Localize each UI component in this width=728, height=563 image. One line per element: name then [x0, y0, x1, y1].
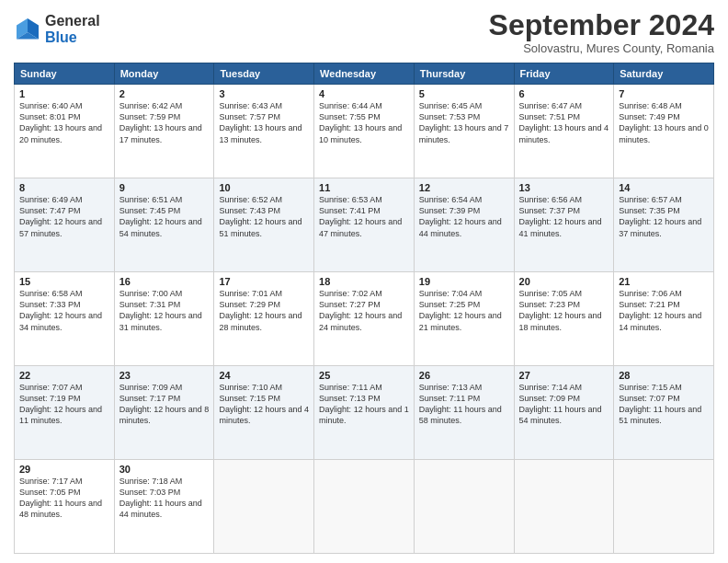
- daylight-label: Daylight: 12 hours and 1 minute.: [319, 405, 409, 425]
- calendar-cell: 8 Sunrise: 6:49 AM Sunset: 7:47 PM Dayli…: [15, 178, 115, 272]
- day-number: 23: [119, 370, 210, 381]
- daylight-label: Daylight: 13 hours and 7 minutes.: [419, 123, 509, 144]
- calendar-cell: [214, 460, 314, 554]
- daylight-label: Daylight: 12 hours and 21 minutes.: [419, 311, 502, 331]
- day-number: 17: [219, 276, 309, 287]
- sunset-label: Sunset: 7:45 PM: [119, 206, 181, 215]
- sunset-label: Sunset: 7:07 PM: [619, 394, 680, 403]
- day-info: Sunrise: 6:52 AM Sunset: 7:43 PM Dayligh…: [219, 194, 309, 239]
- logo: General Blue: [14, 13, 100, 45]
- day-info: Sunrise: 6:49 AM Sunset: 7:47 PM Dayligh…: [19, 194, 109, 239]
- calendar-cell: 15 Sunrise: 6:58 AM Sunset: 7:33 PM Dayl…: [15, 272, 115, 366]
- calendar-cell: 17 Sunrise: 7:01 AM Sunset: 7:29 PM Dayl…: [214, 272, 314, 366]
- day-info: Sunrise: 7:02 AM Sunset: 7:27 PM Dayligh…: [319, 288, 409, 333]
- day-number: 16: [119, 276, 210, 287]
- day-info: Sunrise: 7:17 AM Sunset: 7:05 PM Dayligh…: [19, 476, 109, 521]
- col-tuesday: Tuesday: [214, 63, 314, 85]
- calendar-cell: 14 Sunrise: 6:57 AM Sunset: 7:35 PM Dayl…: [614, 178, 714, 272]
- day-number: 12: [419, 182, 509, 193]
- sunset-label: Sunset: 7:51 PM: [519, 112, 581, 121]
- day-info: Sunrise: 7:18 AM Sunset: 7:03 PM Dayligh…: [119, 476, 210, 521]
- sunrise-label: Sunrise: 6:44 AM: [319, 101, 382, 110]
- calendar-cell: 7 Sunrise: 6:48 AM Sunset: 7:49 PM Dayli…: [614, 85, 714, 178]
- sunrise-label: Sunrise: 6:43 AM: [219, 101, 282, 110]
- calendar-table: Sunday Monday Tuesday Wednesday Thursday…: [14, 63, 714, 554]
- sunrise-label: Sunrise: 7:01 AM: [219, 289, 282, 298]
- sunrise-label: Sunrise: 6:47 AM: [519, 101, 583, 110]
- calendar-week-3: 15 Sunrise: 6:58 AM Sunset: 7:33 PM Dayl…: [15, 272, 714, 366]
- sunrise-label: Sunrise: 6:58 AM: [19, 289, 83, 298]
- daylight-label: Daylight: 12 hours and 8 minutes.: [119, 405, 210, 425]
- logo-icon: [14, 16, 41, 43]
- calendar-body: 1 Sunrise: 6:40 AM Sunset: 8:01 PM Dayli…: [15, 85, 714, 554]
- day-info: Sunrise: 7:07 AM Sunset: 7:19 PM Dayligh…: [19, 382, 109, 427]
- calendar-cell: 22 Sunrise: 7:07 AM Sunset: 7:19 PM Dayl…: [15, 366, 115, 460]
- header: General Blue September 2024 Solovastru, …: [14, 9, 714, 55]
- daylight-label: Daylight: 12 hours and 28 minutes.: [219, 311, 301, 331]
- calendar-week-2: 8 Sunrise: 6:49 AM Sunset: 7:47 PM Dayli…: [15, 178, 714, 272]
- sunrise-label: Sunrise: 6:45 AM: [419, 101, 483, 110]
- day-number: 3: [219, 88, 309, 99]
- day-info: Sunrise: 6:42 AM Sunset: 7:59 PM Dayligh…: [119, 100, 210, 145]
- sunrise-label: Sunrise: 6:53 AM: [319, 195, 382, 204]
- header-row: Sunday Monday Tuesday Wednesday Thursday…: [15, 63, 714, 85]
- calendar-cell: 27 Sunrise: 7:14 AM Sunset: 7:09 PM Dayl…: [514, 366, 614, 460]
- day-number: 6: [519, 88, 609, 99]
- daylight-label: Daylight: 12 hours and 51 minutes.: [219, 217, 301, 237]
- day-number: 24: [219, 370, 309, 381]
- calendar-cell: 3 Sunrise: 6:43 AM Sunset: 7:57 PM Dayli…: [214, 85, 314, 178]
- logo-text: General Blue: [45, 13, 100, 45]
- day-number: 7: [619, 88, 709, 99]
- daylight-label: Daylight: 12 hours and 31 minutes.: [119, 311, 202, 331]
- daylight-label: Daylight: 12 hours and 14 minutes.: [619, 311, 701, 331]
- sunrise-label: Sunrise: 7:17 AM: [19, 477, 83, 486]
- daylight-label: Daylight: 12 hours and 44 minutes.: [419, 217, 502, 237]
- sunset-label: Sunset: 7:35 PM: [619, 206, 680, 215]
- daylight-label: Daylight: 12 hours and 57 minutes.: [19, 217, 102, 237]
- sunset-label: Sunset: 7:17 PM: [119, 394, 181, 403]
- calendar-cell: 21 Sunrise: 7:06 AM Sunset: 7:21 PM Dayl…: [614, 272, 714, 366]
- sunrise-label: Sunrise: 6:42 AM: [119, 101, 183, 110]
- day-number: 5: [419, 88, 509, 99]
- sunrise-label: Sunrise: 6:57 AM: [619, 195, 682, 204]
- calendar-cell: 25 Sunrise: 7:11 AM Sunset: 7:13 PM Dayl…: [314, 366, 415, 460]
- day-number: 18: [319, 276, 409, 287]
- day-info: Sunrise: 7:00 AM Sunset: 7:31 PM Dayligh…: [119, 288, 210, 333]
- day-number: 25: [319, 370, 409, 381]
- day-info: Sunrise: 6:54 AM Sunset: 7:39 PM Dayligh…: [419, 194, 509, 239]
- day-number: 4: [319, 88, 409, 99]
- daylight-label: Daylight: 12 hours and 11 minutes.: [19, 405, 102, 425]
- col-friday: Friday: [514, 63, 614, 85]
- calendar-cell: 2 Sunrise: 6:42 AM Sunset: 7:59 PM Dayli…: [114, 85, 214, 178]
- day-info: Sunrise: 6:40 AM Sunset: 8:01 PM Dayligh…: [19, 100, 109, 145]
- sunrise-label: Sunrise: 7:09 AM: [119, 383, 183, 392]
- day-number: 26: [419, 370, 509, 381]
- title-section: September 2024 Solovastru, Mures County,…: [489, 9, 714, 55]
- day-number: 10: [219, 182, 309, 193]
- sunrise-label: Sunrise: 6:40 AM: [19, 101, 83, 110]
- daylight-label: Daylight: 12 hours and 18 minutes.: [519, 311, 602, 331]
- day-info: Sunrise: 6:48 AM Sunset: 7:49 PM Dayligh…: [619, 100, 709, 145]
- daylight-label: Daylight: 12 hours and 37 minutes.: [619, 217, 701, 237]
- col-saturday: Saturday: [614, 63, 714, 85]
- day-number: 27: [519, 370, 609, 381]
- sunrise-label: Sunrise: 7:04 AM: [419, 289, 483, 298]
- day-info: Sunrise: 6:45 AM Sunset: 7:53 PM Dayligh…: [419, 100, 509, 145]
- daylight-label: Daylight: 12 hours and 47 minutes.: [319, 217, 402, 237]
- calendar-week-4: 22 Sunrise: 7:07 AM Sunset: 7:19 PM Dayl…: [15, 366, 714, 460]
- calendar-cell: 19 Sunrise: 7:04 AM Sunset: 7:25 PM Dayl…: [414, 272, 514, 366]
- daylight-label: Daylight: 11 hours and 44 minutes.: [119, 499, 202, 519]
- sunrise-label: Sunrise: 7:18 AM: [119, 477, 183, 486]
- day-info: Sunrise: 6:47 AM Sunset: 7:51 PM Dayligh…: [519, 100, 609, 145]
- day-number: 2: [119, 88, 210, 99]
- daylight-label: Daylight: 12 hours and 54 minutes.: [119, 217, 202, 237]
- calendar-cell: 30 Sunrise: 7:18 AM Sunset: 7:03 PM Dayl…: [114, 460, 214, 554]
- calendar-cell: 1 Sunrise: 6:40 AM Sunset: 8:01 PM Dayli…: [15, 85, 115, 178]
- sunset-label: Sunset: 7:39 PM: [419, 206, 481, 215]
- day-info: Sunrise: 7:10 AM Sunset: 7:15 PM Dayligh…: [219, 382, 309, 427]
- sunset-label: Sunset: 7:15 PM: [219, 394, 280, 403]
- daylight-label: Daylight: 12 hours and 24 minutes.: [319, 311, 402, 331]
- calendar-cell: 16 Sunrise: 7:00 AM Sunset: 7:31 PM Dayl…: [114, 272, 214, 366]
- daylight-label: Daylight: 13 hours and 13 minutes.: [219, 123, 301, 144]
- sunrise-label: Sunrise: 6:51 AM: [119, 195, 183, 204]
